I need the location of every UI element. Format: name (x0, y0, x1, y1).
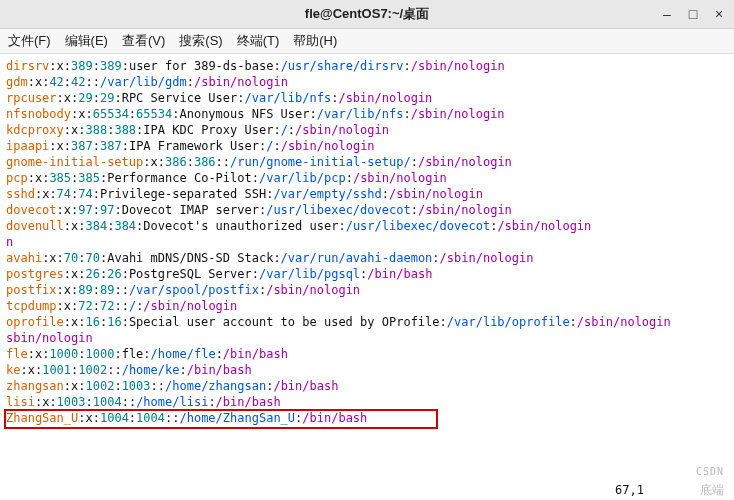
terminal-output[interactable]: dirsrv:x:389:389:user for 389-ds-base:/u… (0, 54, 734, 500)
passwd-line-wrap: n (6, 234, 728, 250)
passwd-line: postgres:x:26:26:PostgreSQL Server:/var/… (6, 266, 728, 282)
maximize-button[interactable]: □ (684, 6, 702, 22)
passwd-line: gdm:x:42:42::/var/lib/gdm:/sbin/nologin (6, 74, 728, 90)
close-button[interactable]: × (710, 6, 728, 22)
window-title: fle@CentOS7:~/桌面 (0, 5, 734, 23)
passwd-line: pcp:x:385:385:Performance Co-Pilot:/var/… (6, 170, 728, 186)
menu-help[interactable]: 帮助(H) (293, 32, 337, 50)
minimize-button[interactable]: – (658, 6, 676, 22)
passwd-line: dirsrv:x:389:389:user for 389-ds-base:/u… (6, 58, 728, 74)
menu-terminal[interactable]: 终端(T) (237, 32, 280, 50)
passwd-line: ke:x:1001:1002::/home/ke:/bin/bash (6, 362, 728, 378)
passwd-line: rpcuser:x:29:29:RPC Service User:/var/li… (6, 90, 728, 106)
menu-search[interactable]: 搜索(S) (179, 32, 222, 50)
menu-file[interactable]: 文件(F) (8, 32, 51, 50)
passwd-line: kdcproxy:x:388:388:IPA KDC Proxy User:/:… (6, 122, 728, 138)
passwd-line: sshd:x:74:74:Privilege-separated SSH:/va… (6, 186, 728, 202)
passwd-line: zhangsan:x:1002:1003::/home/zhangsan:/bi… (6, 378, 728, 394)
cursor-position: 67,1 (615, 482, 644, 498)
menubar: 文件(F) 编辑(E) 查看(V) 搜索(S) 终端(T) 帮助(H) (0, 29, 734, 54)
passwd-line: avahi:x:70:70:Avahi mDNS/DNS-SD Stack:/v… (6, 250, 728, 266)
watermark: CSDN (696, 464, 724, 480)
passwd-line: postfix:x:89:89::/var/spool/postfix:/sbi… (6, 282, 728, 298)
window: fle@CentOS7:~/桌面 – □ × 文件(F) 编辑(E) 查看(V)… (0, 0, 734, 500)
menu-edit[interactable]: 编辑(E) (65, 32, 108, 50)
passwd-line: lisi:x:1003:1004::/home/lisi:/bin/bash (6, 394, 728, 410)
passwd-line: dovenull:x:384:384:Dovecot's unauthorize… (6, 218, 728, 234)
passwd-line: dovecot:x:97:97:Dovecot IMAP server:/usr… (6, 202, 728, 218)
scroll-mode: 底端 (700, 482, 724, 498)
passwd-line: gnome-initial-setup:x:386:386::/run/gnom… (6, 154, 728, 170)
menu-view[interactable]: 查看(V) (122, 32, 165, 50)
passwd-line: oprofile:x:16:16:Special user account to… (6, 314, 728, 330)
passwd-line: fle:x:1000:1000:fle:/home/fle:/bin/bash (6, 346, 728, 362)
passwd-line: ipaapi:x:387:387:IPA Framework User:/:/s… (6, 138, 728, 154)
window-controls: – □ × (658, 0, 728, 28)
passwd-line-wrap: sbin/nologin (6, 330, 728, 346)
passwd-line: tcpdump:x:72:72::/:/sbin/nologin (6, 298, 728, 314)
passwd-line: nfsnobody:x:65534:65534:Anonymous NFS Us… (6, 106, 728, 122)
titlebar: fle@CentOS7:~/桌面 – □ × (0, 0, 734, 29)
passwd-line: ZhangSan_U:x:1004:1004::/home/ZhangSan_U… (6, 410, 728, 426)
